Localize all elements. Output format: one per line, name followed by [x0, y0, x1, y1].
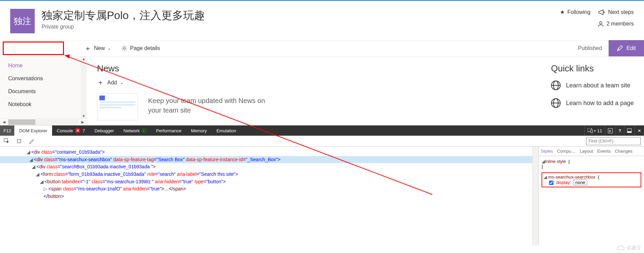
plus-icon: ＋: [97, 78, 104, 87]
gear-icon: [121, 45, 127, 51]
edit-button[interactable]: Edit: [609, 40, 644, 56]
devtools-tabs: F12 DOM Explorer Console ✕ 7 Debugger Ne…: [0, 125, 644, 136]
svg-line-7: [126, 50, 126, 50]
color-picker-icon[interactable]: [28, 138, 35, 145]
edit-label: Edit: [626, 45, 636, 51]
sidebar: Home Conversations Documents Notebook ▴ …: [0, 56, 87, 125]
site-logo[interactable]: 独注: [10, 9, 35, 33]
console-label: Console: [57, 128, 73, 133]
site-logo-text: 独注: [14, 15, 31, 27]
content-area: Home Conversations Documents Notebook ▴ …: [0, 56, 644, 125]
watermark-text: 亿速云: [626, 245, 641, 250]
sidebar-items: Home Conversations Documents Notebook: [0, 56, 81, 118]
highlight-icon[interactable]: [16, 138, 22, 145]
svg-rect-15: [17, 139, 21, 143]
property-toggle[interactable]: [549, 181, 553, 185]
main-content: News ＋ Add ⌄ Keep your team updated with…: [87, 56, 644, 125]
responsive-icon[interactable]: ▸ 11: [584, 125, 605, 136]
news-section: News ＋ Add ⌄ Keep your team updated with…: [97, 63, 531, 118]
sidebar-h-scrollbar[interactable]: ◂ ▸: [0, 118, 87, 125]
news-desc-line1: Keep your team updated with News on: [148, 96, 265, 105]
nav-item-notebook[interactable]: Notebook: [0, 98, 81, 111]
memory-tab[interactable]: Memory: [186, 125, 212, 136]
svg-rect-11: [591, 130, 593, 133]
scroll-down-icon[interactable]: ▾: [81, 114, 87, 118]
members-label: 2 members: [607, 21, 634, 27]
news-heading: News: [97, 63, 531, 74]
add-news-button[interactable]: ＋ Add ⌄: [97, 78, 531, 87]
page-details-button[interactable]: Page details: [121, 45, 160, 51]
emulation-tab[interactable]: Emulation: [212, 125, 241, 136]
published-status: Published: [578, 45, 602, 51]
next-steps-label: Next steps: [608, 9, 634, 15]
dom-explorer-tab[interactable]: DOM Explorer: [14, 125, 52, 136]
new-button[interactable]: ＋ New ⌄: [84, 44, 111, 53]
quicklink-item-1[interactable]: Learn how to add a page: [551, 98, 634, 108]
scroll-track[interactable]: [8, 119, 79, 125]
devtools: F12 DOM Explorer Console ✕ 7 Debugger Ne…: [0, 125, 644, 246]
performance-tab[interactable]: Performance: [151, 125, 186, 136]
devtools-body: ◢ <div class="container_01b93ada"> ◢ <di…: [0, 147, 644, 246]
quicklinks-section: Quick links Learn about a team site Lear…: [551, 63, 634, 118]
responsive-count: 11: [597, 128, 602, 133]
network-tab[interactable]: Network ▶: [119, 125, 151, 136]
add-label: Add: [107, 80, 117, 86]
scroll-left-icon[interactable]: ◂: [0, 119, 8, 125]
new-label: New: [94, 45, 105, 51]
svg-line-8: [122, 50, 123, 50]
styles-body: ◢Inline style {} ◢.ms-searchux-searchbox…: [539, 156, 644, 193]
site-header: 独注 独家定制专属Polo，注入更多玩趣 Private group ★ Fol…: [0, 1, 644, 40]
dom-v-scrollbar[interactable]: [532, 147, 538, 246]
news-body: Keep your team updated with News on your…: [97, 93, 531, 120]
nav-item-home[interactable]: Home: [0, 59, 81, 72]
nav-item-documents[interactable]: Documents: [0, 85, 81, 98]
dock-icon[interactable]: [624, 125, 634, 136]
globe-icon: [551, 98, 561, 108]
quicklinks-heading: Quick links: [551, 63, 634, 74]
scroll-thumb[interactable]: [8, 119, 35, 125]
page-details-label: Page details: [130, 45, 160, 51]
styles-tab[interactable]: Styles: [539, 149, 555, 154]
changes-tab[interactable]: Changes: [613, 149, 634, 154]
site-title-wrap: 独家定制专属Polo，注入更多玩趣 Private group: [42, 9, 560, 30]
select-element-icon[interactable]: [3, 138, 10, 145]
hidden-searchbox-annotation: [3, 41, 64, 55]
network-label: Network: [124, 128, 140, 133]
help-icon[interactable]: ?: [615, 125, 624, 136]
layout-tab[interactable]: Layout: [578, 149, 595, 154]
f12-tab[interactable]: F12: [0, 125, 14, 136]
computed-tab[interactable]: Compu…: [555, 149, 578, 154]
news-placeholder-image: [97, 93, 138, 120]
collapse-icon[interactable]: ◢: [542, 159, 545, 164]
display-property[interactable]: display: none: [544, 180, 639, 185]
scroll-right-icon[interactable]: ▸: [79, 119, 87, 125]
globe-icon: [551, 81, 561, 90]
collapse-icon[interactable]: ◢: [544, 174, 547, 180]
inline-style-rule[interactable]: ◢Inline style {}: [542, 159, 641, 169]
console-tab[interactable]: Console ✕ 7: [52, 125, 90, 136]
style-tabs: Styles Compu… Layout Events Changes: [539, 147, 644, 156]
header-actions: ★ Following Next steps: [560, 9, 634, 15]
property-value-input[interactable]: none: [574, 180, 587, 185]
close-icon[interactable]: ✕: [634, 125, 644, 136]
following-button[interactable]: ★ Following: [560, 9, 591, 15]
error-badge-icon: ✕: [75, 128, 80, 133]
searchbox-rule[interactable]: ◢.ms-searchux-searchbox { display: none: [542, 172, 641, 187]
events-tab[interactable]: Events: [595, 149, 613, 154]
plus-icon: ＋: [84, 44, 91, 53]
dom-tree[interactable]: ◢ <div class="container_01b93ada"> ◢ <di…: [0, 147, 532, 246]
members-button[interactable]: 2 members: [598, 21, 634, 27]
svg-line-9: [126, 46, 126, 47]
quicklink-item-0[interactable]: Learn about a team site: [551, 81, 634, 90]
svg-point-0: [599, 22, 602, 24]
scroll-up-icon[interactable]: ▴: [81, 56, 87, 61]
star-icon: ★: [560, 9, 565, 15]
arrow-icon[interactable]: ▸: [605, 125, 615, 136]
debugger-tab[interactable]: Debugger: [90, 125, 119, 136]
next-steps-button[interactable]: Next steps: [598, 9, 634, 15]
console-error-count: 7: [82, 128, 85, 133]
svg-rect-13: [627, 131, 631, 133]
nav-item-conversations[interactable]: Conversations: [0, 72, 81, 85]
find-input[interactable]: Find (Ctrl+F): [586, 137, 641, 145]
watermark: 亿速云: [617, 245, 641, 251]
